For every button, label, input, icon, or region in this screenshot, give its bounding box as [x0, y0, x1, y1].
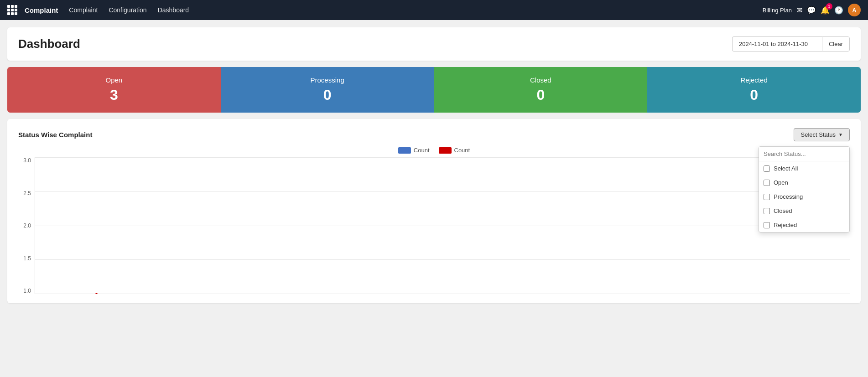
- stat-closed-value: 0: [536, 87, 545, 103]
- dropdown-item-select-all-label: Select All: [774, 165, 798, 172]
- bars-container: [35, 157, 850, 294]
- legend-item-red: Count: [439, 147, 470, 154]
- date-range-container: Clear: [732, 36, 850, 52]
- stat-processing-label: Processing: [311, 76, 344, 84]
- notification-icon[interactable]: 🔔 3: [821, 6, 830, 15]
- stat-rejected-value: 0: [750, 87, 758, 103]
- email-icon[interactable]: ✉: [796, 6, 802, 15]
- y-label-2: 2.0: [18, 222, 31, 229]
- legend-blue-box: [398, 147, 411, 154]
- checkbox-processing[interactable]: [764, 194, 770, 200]
- chart-title: Status Wise Complaint: [18, 131, 92, 139]
- user-avatar[interactable]: A: [848, 4, 861, 16]
- stat-closed-label: Closed: [530, 76, 551, 84]
- select-status-button[interactable]: Select Status ▼: [794, 128, 850, 141]
- stat-card-rejected[interactable]: Rejected 0: [647, 67, 861, 113]
- stat-cards: Open 3 Processing 0 Closed 0 Rejected 0: [7, 67, 861, 113]
- stat-card-closed[interactable]: Closed 0: [434, 67, 648, 113]
- nav-dashboard[interactable]: Dashboard: [158, 6, 189, 14]
- dropdown-item-open[interactable]: Open: [759, 176, 849, 190]
- y-label-1_5: 1.5: [18, 255, 31, 262]
- select-status-label: Select Status: [800, 131, 836, 138]
- notification-badge: 3: [826, 3, 832, 10]
- stat-card-processing[interactable]: Processing 0: [221, 67, 434, 113]
- topnav-right: Billing Plan ✉ 💬 🔔 3 🕐 A: [763, 4, 861, 16]
- clear-button[interactable]: Clear: [822, 36, 850, 52]
- chart-card: Status Wise Complaint Select Status ▼ Se…: [7, 119, 861, 303]
- stat-open-value: 3: [110, 87, 118, 103]
- app-brand[interactable]: Complaint: [25, 6, 58, 14]
- whatsapp-icon[interactable]: 💬: [807, 6, 816, 15]
- chart-inner: [35, 157, 850, 294]
- main-content: Dashboard Clear Open 3 Processing 0 Clos…: [0, 20, 868, 310]
- dashboard-header-card: Dashboard Clear: [7, 27, 861, 61]
- chart-legend: Count Count: [18, 147, 850, 154]
- dropdown-item-closed[interactable]: Closed: [759, 204, 849, 218]
- nav-links: Complaint Configuration Dashboard: [69, 6, 759, 14]
- dropdown-item-select-all[interactable]: Select All: [759, 161, 849, 176]
- chevron-down-icon: ▼: [838, 132, 843, 137]
- bar-group-open: [49, 293, 98, 294]
- checkbox-open[interactable]: [764, 180, 770, 186]
- dropdown-item-closed-label: Closed: [774, 207, 792, 214]
- stat-rejected-label: Rejected: [741, 76, 768, 84]
- nav-configuration[interactable]: Configuration: [109, 6, 146, 14]
- dropdown-item-rejected-label: Rejected: [774, 222, 797, 228]
- stat-open-label: Open: [106, 76, 123, 84]
- y-axis: 3.0 2.5 2.0 1.5 1.0: [18, 157, 35, 294]
- dropdown-item-rejected[interactable]: Rejected: [759, 218, 849, 232]
- chart-header: Status Wise Complaint Select Status ▼: [18, 128, 850, 141]
- y-label-1: 1.0: [18, 288, 31, 294]
- stat-processing-value: 0: [323, 87, 332, 103]
- bar-open-red: [95, 293, 98, 294]
- billing-plan-label: Billing Plan: [763, 7, 792, 14]
- dropdown-item-open-label: Open: [774, 179, 788, 186]
- nav-complaint[interactable]: Complaint: [69, 6, 98, 14]
- topnav: Complaint Complaint Configuration Dashbo…: [0, 0, 868, 20]
- y-label-2_5: 2.5: [18, 190, 31, 196]
- grid-icon[interactable]: [7, 5, 17, 15]
- dropdown-item-processing-label: Processing: [774, 193, 803, 200]
- legend-red-box: [439, 147, 452, 154]
- date-range-input[interactable]: [732, 36, 822, 52]
- status-dropdown: Select All Open Processing Closed Reject…: [759, 146, 850, 232]
- checkbox-select-all[interactable]: [764, 165, 770, 172]
- dropdown-item-processing[interactable]: Processing: [759, 190, 849, 204]
- checkbox-rejected[interactable]: [764, 222, 770, 228]
- dropdown-search-input[interactable]: [759, 147, 849, 161]
- chart-wrapper: 3.0 2.5 2.0 1.5 1.0: [18, 157, 850, 294]
- checkbox-closed[interactable]: [764, 208, 770, 214]
- legend-blue-label: Count: [414, 147, 430, 154]
- page-title: Dashboard: [18, 37, 80, 51]
- legend-item-blue: Count: [398, 147, 430, 154]
- y-label-3: 3.0: [18, 157, 31, 164]
- stat-card-open[interactable]: Open 3: [7, 67, 221, 113]
- clock-icon[interactable]: 🕐: [834, 6, 843, 15]
- legend-red-label: Count: [454, 147, 470, 154]
